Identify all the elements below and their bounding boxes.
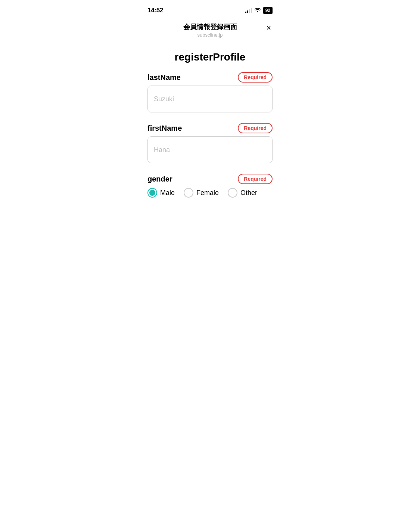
gender-male-option[interactable]: Male [147,188,175,198]
gender-field-header: gender Required [147,174,273,184]
status-time: 14:52 [147,7,163,14]
page-title: registerProfile [147,51,273,63]
gender-options: Male Female Other [147,188,273,198]
wifi-icon [254,7,261,13]
header-title: 会員情報登録画面 [183,22,237,31]
header-subtitle: subscline.jp [197,32,223,38]
first-name-label: firstName [147,124,182,133]
first-name-input[interactable] [147,136,273,163]
last-name-label: lastName [147,73,181,82]
last-name-field: lastName Required [147,72,273,112]
gender-male-radio[interactable] [147,188,157,198]
gender-male-radio-inner [149,190,155,196]
status-bar: 14:52 92 [140,0,280,19]
signal-icon [245,8,252,13]
first-name-required-badge: Required [238,123,273,133]
status-icons: 92 [245,7,273,15]
last-name-input[interactable] [147,86,273,112]
last-name-required-badge: Required [238,72,273,83]
last-name-field-header: lastName Required [147,72,273,83]
gender-female-radio[interactable] [184,188,193,198]
gender-other-label: Other [240,189,257,197]
page-title-section: registerProfile [140,44,280,72]
gender-female-option[interactable]: Female [184,188,219,198]
gender-label: gender [147,175,172,183]
gender-female-label: Female [196,189,219,197]
battery-indicator: 92 [263,7,273,15]
gender-other-option[interactable]: Other [228,188,257,198]
gender-male-label: Male [160,189,175,197]
form-container: lastName Required firstName Required gen… [140,72,280,198]
gender-other-radio[interactable] [228,188,237,198]
first-name-field-header: firstName Required [147,123,273,133]
first-name-field: firstName Required [147,123,273,163]
gender-field: gender Required Male Female Other [147,174,273,198]
close-button[interactable]: × [265,22,273,34]
gender-required-badge: Required [238,174,273,184]
header: 会員情報登録画面 subscline.jp × [140,19,280,44]
